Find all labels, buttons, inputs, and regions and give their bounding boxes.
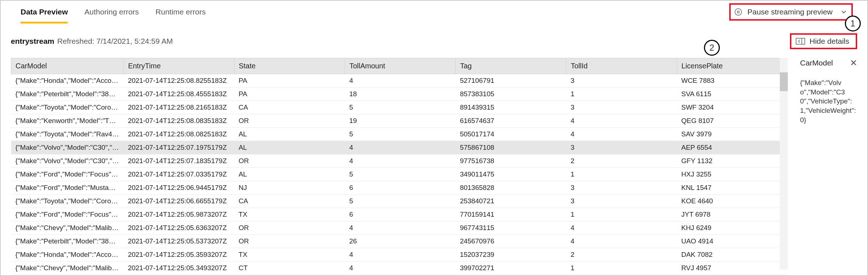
chevron-down-icon[interactable] bbox=[840, 8, 848, 16]
cell-tollamount[interactable]: 5 bbox=[345, 195, 455, 208]
cell-tollid[interactable]: 3 bbox=[566, 141, 677, 154]
cell-tollid[interactable]: 4 bbox=[566, 221, 677, 235]
cell-tag[interactable]: 245670976 bbox=[456, 235, 566, 248]
table-row[interactable]: {"Make":"Ford","Model":"Focus","Vel2021-… bbox=[11, 208, 788, 221]
cell-tollid[interactable]: 1 bbox=[566, 88, 677, 101]
table-row[interactable]: {"Make":"Peterbilt","Model":"389","V2021… bbox=[11, 88, 788, 101]
cell-carmodel[interactable]: {"Make":"Honda","Model":"Accord", bbox=[11, 248, 124, 262]
cell-state[interactable]: NJ bbox=[234, 181, 345, 195]
cell-state[interactable]: OR bbox=[234, 114, 345, 128]
cell-tollid[interactable]: 2 bbox=[566, 248, 677, 262]
tab-data-preview[interactable]: Data Preview bbox=[21, 2, 68, 22]
cell-state[interactable]: AL bbox=[234, 168, 345, 181]
table-row[interactable]: {"Make":"Ford","Model":"Mustang",2021-07… bbox=[11, 181, 788, 195]
cell-entrytime[interactable]: 2021-07-14T12:25:06.6655179Z bbox=[124, 195, 234, 208]
table-row[interactable]: {"Make":"Chevy","Model":"Malibu",2021-07… bbox=[11, 262, 788, 275]
scrollbar-thumb[interactable] bbox=[780, 72, 788, 91]
cell-state[interactable]: PA bbox=[234, 74, 345, 88]
cell-tag[interactable]: 505017174 bbox=[456, 128, 566, 141]
table-row[interactable]: {"Make":"Ford","Model":"Focus","Vel2021-… bbox=[11, 168, 788, 181]
cell-licenseplate[interactable]: UAO 4914 bbox=[677, 235, 787, 248]
cell-tollid[interactable]: 3 bbox=[566, 181, 677, 195]
cell-state[interactable]: AL bbox=[234, 141, 345, 154]
cell-entrytime[interactable]: 2021-07-14T12:25:05.3493207Z bbox=[124, 262, 234, 275]
col-header-licenseplate[interactable]: LicensePlate bbox=[677, 58, 787, 74]
table-row[interactable]: {"Make":"Honda","Model":"Accord",2021-07… bbox=[11, 74, 788, 88]
cell-entrytime[interactable]: 2021-07-14T12:25:08.8255183Z bbox=[124, 74, 234, 88]
cell-licenseplate[interactable]: KNL 1547 bbox=[677, 181, 787, 195]
cell-tollamount[interactable]: 6 bbox=[345, 181, 455, 195]
cell-entrytime[interactable]: 2021-07-14T12:25:07.1835179Z bbox=[124, 154, 234, 168]
cell-tollid[interactable]: 4 bbox=[566, 114, 677, 128]
cell-licenseplate[interactable]: JYT 6978 bbox=[677, 208, 787, 221]
cell-carmodel[interactable]: {"Make":"Toyota","Model":"Corolla", bbox=[11, 195, 124, 208]
cell-tollid[interactable]: 4 bbox=[566, 235, 677, 248]
cell-state[interactable]: OR bbox=[234, 154, 345, 168]
cell-entrytime[interactable]: 2021-07-14T12:25:07.0335179Z bbox=[124, 168, 234, 181]
table-row[interactable]: {"Make":"Kenworth","Model":"T680"2021-07… bbox=[11, 114, 788, 128]
cell-tollid[interactable]: 2 bbox=[566, 154, 677, 168]
cell-tollamount[interactable]: 5 bbox=[345, 128, 455, 141]
cell-tollamount[interactable]: 6 bbox=[345, 208, 455, 221]
cell-tag[interactable]: 349011475 bbox=[456, 168, 566, 181]
cell-tollamount[interactable]: 4 bbox=[345, 154, 455, 168]
cell-licenseplate[interactable]: SWF 3204 bbox=[677, 101, 787, 114]
cell-tag[interactable]: 616574637 bbox=[456, 114, 566, 128]
col-header-tollamount[interactable]: TollAmount bbox=[345, 58, 455, 74]
cell-tollamount[interactable]: 5 bbox=[345, 168, 455, 181]
cell-tollid[interactable]: 3 bbox=[566, 195, 677, 208]
cell-entrytime[interactable]: 2021-07-14T12:25:08.2165183Z bbox=[124, 101, 234, 114]
col-header-state[interactable]: State bbox=[234, 58, 345, 74]
cell-tag[interactable]: 801365828 bbox=[456, 181, 566, 195]
cell-licenseplate[interactable]: WCE 7883 bbox=[677, 74, 787, 88]
cell-carmodel[interactable]: {"Make":"Chevy","Model":"Malibu", bbox=[11, 221, 124, 235]
cell-tollamount[interactable]: 4 bbox=[345, 74, 455, 88]
cell-entrytime[interactable]: 2021-07-14T12:25:07.1975179Z bbox=[124, 141, 234, 154]
table-row[interactable]: {"Make":"Honda","Model":"Accord",2021-07… bbox=[11, 248, 788, 262]
cell-licenseplate[interactable]: SAV 3979 bbox=[677, 128, 787, 141]
vertical-scrollbar[interactable] bbox=[780, 58, 788, 269]
cell-tag[interactable]: 152037239 bbox=[456, 248, 566, 262]
cell-tollamount[interactable]: 18 bbox=[345, 88, 455, 101]
col-header-entrytime[interactable]: EntryTime bbox=[124, 58, 234, 74]
cell-licenseplate[interactable]: HXJ 3255 bbox=[677, 168, 787, 181]
cell-licenseplate[interactable]: KOE 4640 bbox=[677, 195, 787, 208]
pause-streaming-preview-button[interactable]: Pause streaming preview bbox=[729, 3, 853, 21]
cell-tag[interactable]: 575867108 bbox=[456, 141, 566, 154]
cell-tollamount[interactable]: 26 bbox=[345, 235, 455, 248]
table-row[interactable]: {"Make":"Toyota","Model":"Corolla",2021-… bbox=[11, 101, 788, 114]
cell-state[interactable]: CA bbox=[234, 101, 345, 114]
cell-carmodel[interactable]: {"Make":"Honda","Model":"Accord", bbox=[11, 74, 124, 88]
cell-carmodel[interactable]: {"Make":"Peterbilt","Model":"389","V bbox=[11, 235, 124, 248]
table-row[interactable]: {"Make":"Toyota","Model":"Corolla",2021-… bbox=[11, 195, 788, 208]
col-header-tollid[interactable]: TollId bbox=[566, 58, 677, 74]
cell-carmodel[interactable]: {"Make":"Ford","Model":"Focus","Vel bbox=[11, 208, 124, 221]
cell-carmodel[interactable]: {"Make":"Ford","Model":"Focus","Vel bbox=[11, 168, 124, 181]
cell-carmodel[interactable]: {"Make":"Toyota","Model":"Corolla", bbox=[11, 101, 124, 114]
cell-tollamount[interactable]: 4 bbox=[345, 262, 455, 275]
table-row[interactable]: {"Make":"Volvo","Model":"C30","Veh2021-0… bbox=[11, 154, 788, 168]
cell-entrytime[interactable]: 2021-07-14T12:25:05.5373207Z bbox=[124, 235, 234, 248]
cell-tollamount[interactable]: 4 bbox=[345, 248, 455, 262]
cell-licenseplate[interactable]: QEG 8107 bbox=[677, 114, 787, 128]
hide-details-button[interactable]: Hide details bbox=[790, 33, 857, 49]
cell-tollid[interactable]: 1 bbox=[566, 208, 677, 221]
table-row[interactable]: {"Make":"Toyota","Model":"Rav4","Ve2021-… bbox=[11, 128, 788, 141]
cell-tag[interactable]: 399702271 bbox=[456, 262, 566, 275]
cell-tollid[interactable]: 3 bbox=[566, 101, 677, 114]
cell-carmodel[interactable]: {"Make":"Volvo","Model":"C30","Veh bbox=[11, 141, 124, 154]
cell-carmodel[interactable]: {"Make":"Volvo","Model":"C30","Veh bbox=[11, 154, 124, 168]
cell-state[interactable]: OR bbox=[234, 221, 345, 235]
cell-carmodel[interactable]: {"Make":"Peterbilt","Model":"389","V bbox=[11, 88, 124, 101]
cell-entrytime[interactable]: 2021-07-14T12:25:08.4555183Z bbox=[124, 88, 234, 101]
cell-carmodel[interactable]: {"Make":"Kenworth","Model":"T680" bbox=[11, 114, 124, 128]
cell-state[interactable]: TX bbox=[234, 208, 345, 221]
cell-licenseplate[interactable]: DAK 7082 bbox=[677, 248, 787, 262]
cell-tollamount[interactable]: 4 bbox=[345, 221, 455, 235]
cell-carmodel[interactable]: {"Make":"Toyota","Model":"Rav4","Ve bbox=[11, 128, 124, 141]
cell-tollid[interactable]: 1 bbox=[566, 262, 677, 275]
tab-runtime-errors[interactable]: Runtime errors bbox=[155, 2, 206, 22]
col-header-tag[interactable]: Tag bbox=[456, 58, 566, 74]
cell-tollid[interactable]: 1 bbox=[566, 168, 677, 181]
close-icon[interactable]: ✕ bbox=[850, 58, 857, 68]
